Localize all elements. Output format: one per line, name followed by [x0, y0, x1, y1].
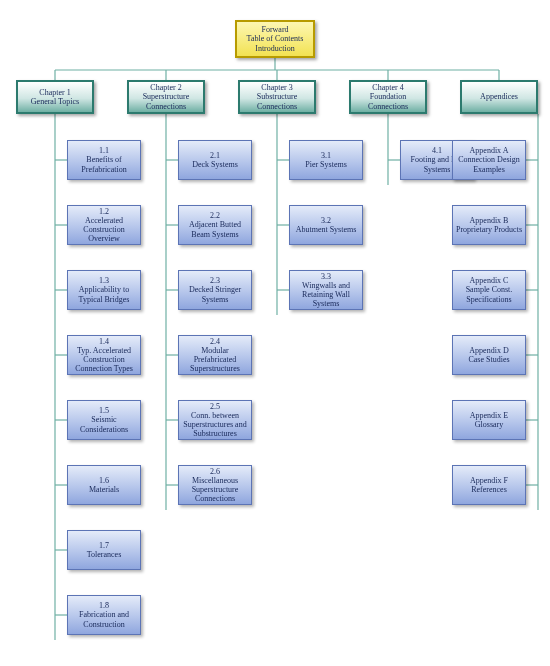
- section-title: Modular Prefabricated Superstructures: [182, 346, 248, 374]
- section-title: Glossary: [475, 420, 503, 429]
- section-number: 1.6: [99, 476, 109, 485]
- chapter-label: Connections: [146, 102, 186, 111]
- section-number: Appendix D: [469, 346, 508, 355]
- section-title: Connection Design Examples: [456, 155, 522, 173]
- section-number: Appendix F: [470, 476, 508, 485]
- appendix-e[interactable]: Appendix E Glossary: [452, 400, 526, 440]
- chapter-label: Connections: [257, 102, 297, 111]
- section-title: Wingwalls and Retaining Wall Systems: [293, 281, 359, 309]
- section-number: 1.1: [99, 146, 109, 155]
- chapter-label: Foundation: [370, 92, 406, 101]
- section-1-3[interactable]: 1.3 Applicability to Typical Bridges: [67, 270, 141, 310]
- section-number: 1.3: [99, 276, 109, 285]
- section-number: 2.1: [210, 151, 220, 160]
- section-title: Pier Systems: [305, 160, 347, 169]
- section-1-2[interactable]: 1.2 Accelerated Construction Overview: [67, 205, 141, 245]
- section-title: Materials: [89, 485, 119, 494]
- section-number: 2.6: [210, 467, 220, 476]
- section-number: 2.5: [210, 402, 220, 411]
- chapter-label: Superstructure: [143, 92, 190, 101]
- root-line3: Introduction: [255, 44, 295, 53]
- section-title: Sample Const. Specifications: [456, 285, 522, 303]
- section-2-2[interactable]: 2.2 Adjacent Butted Beam Systems: [178, 205, 252, 245]
- section-number: 1.8: [99, 601, 109, 610]
- section-1-1[interactable]: 1.1 Benefits of Prefabrication: [67, 140, 141, 180]
- section-number: 4.1: [432, 146, 442, 155]
- section-2-3[interactable]: 2.3 Decked Stringer Systems: [178, 270, 252, 310]
- section-title: Seismic Considerations: [71, 415, 137, 433]
- section-title: Miscellaneous Superstructure Connections: [182, 476, 248, 504]
- chapter-3-node[interactable]: Chapter 3 Substructure Connections: [238, 80, 316, 114]
- chapter-label: Chapter 4: [372, 83, 403, 92]
- section-title: References: [471, 485, 507, 494]
- section-number: Appendix C: [470, 276, 509, 285]
- section-1-5[interactable]: 1.5 Seismic Considerations: [67, 400, 141, 440]
- root-line1: Forward: [261, 25, 288, 34]
- chapter-4-node[interactable]: Chapter 4 Foundation Connections: [349, 80, 427, 114]
- chapter-1-node[interactable]: Chapter 1 General Topics: [16, 80, 94, 114]
- section-title: Benefits of Prefabrication: [71, 155, 137, 173]
- section-2-1[interactable]: 2.1 Deck Systems: [178, 140, 252, 180]
- section-title: Proprietary Products: [456, 225, 522, 234]
- appendices-node[interactable]: Appendices: [460, 80, 538, 114]
- chapter-label: Chapter 1: [39, 88, 70, 97]
- section-title: Adjacent Butted Beam Systems: [182, 220, 248, 238]
- section-number: 1.5: [99, 406, 109, 415]
- section-number: 3.2: [321, 216, 331, 225]
- section-title: Accelerated Construction Overview: [71, 216, 137, 244]
- section-title: Typ. Accelerated Construction Connection…: [71, 346, 137, 374]
- section-2-6[interactable]: 2.6 Miscellaneous Superstructure Connect…: [178, 465, 252, 505]
- chapter-label: Chapter 3: [261, 83, 292, 92]
- section-title: Fabrication and Construction: [71, 610, 137, 628]
- chapter-label: Substructure: [257, 92, 297, 101]
- appendix-b[interactable]: Appendix B Proprietary Products: [452, 205, 526, 245]
- root-line2: Table of Contents: [247, 34, 304, 43]
- section-1-6[interactable]: 1.6 Materials: [67, 465, 141, 505]
- chapter-label: Connections: [368, 102, 408, 111]
- section-title: Case Studies: [468, 355, 509, 364]
- section-number: Appendix A: [470, 146, 509, 155]
- section-title: Abutment Systems: [296, 225, 357, 234]
- section-number: 2.2: [210, 211, 220, 220]
- chapter-label: Appendices: [480, 92, 518, 101]
- section-2-5[interactable]: 2.5 Conn. between Superstructures and Su…: [178, 400, 252, 440]
- section-1-4[interactable]: 1.4 Typ. Accelerated Construction Connec…: [67, 335, 141, 375]
- section-title: Tolerances: [87, 550, 122, 559]
- section-3-3[interactable]: 3.3 Wingwalls and Retaining Wall Systems: [289, 270, 363, 310]
- chapter-label: General Topics: [31, 97, 79, 106]
- org-chart-canvas: Forward Table of Contents Introduction C…: [0, 0, 550, 666]
- section-title: Applicability to Typical Bridges: [71, 285, 137, 303]
- section-number: 1.2: [99, 207, 109, 216]
- appendix-d[interactable]: Appendix D Case Studies: [452, 335, 526, 375]
- chapter-label: Chapter 2: [150, 83, 181, 92]
- root-node[interactable]: Forward Table of Contents Introduction: [235, 20, 315, 58]
- section-number: Appendix E: [470, 411, 508, 420]
- chapter-2-node[interactable]: Chapter 2 Superstructure Connections: [127, 80, 205, 114]
- section-number: 2.3: [210, 276, 220, 285]
- section-number: Appendix B: [470, 216, 509, 225]
- section-number: 1.7: [99, 541, 109, 550]
- section-1-7[interactable]: 1.7 Tolerances: [67, 530, 141, 570]
- section-number: 2.4: [210, 337, 220, 346]
- section-title: Deck Systems: [192, 160, 238, 169]
- section-title: Conn. between Superstructures and Substr…: [182, 411, 248, 439]
- section-number: 1.4: [99, 337, 109, 346]
- section-3-1[interactable]: 3.1 Pier Systems: [289, 140, 363, 180]
- section-number: 3.1: [321, 151, 331, 160]
- section-2-4[interactable]: 2.4 Modular Prefabricated Superstructure…: [178, 335, 252, 375]
- appendix-a[interactable]: Appendix A Connection Design Examples: [452, 140, 526, 180]
- appendix-f[interactable]: Appendix F References: [452, 465, 526, 505]
- section-3-2[interactable]: 3.2 Abutment Systems: [289, 205, 363, 245]
- section-title: Decked Stringer Systems: [182, 285, 248, 303]
- section-number: 3.3: [321, 272, 331, 281]
- appendix-c[interactable]: Appendix C Sample Const. Specifications: [452, 270, 526, 310]
- section-1-8[interactable]: 1.8 Fabrication and Construction: [67, 595, 141, 635]
